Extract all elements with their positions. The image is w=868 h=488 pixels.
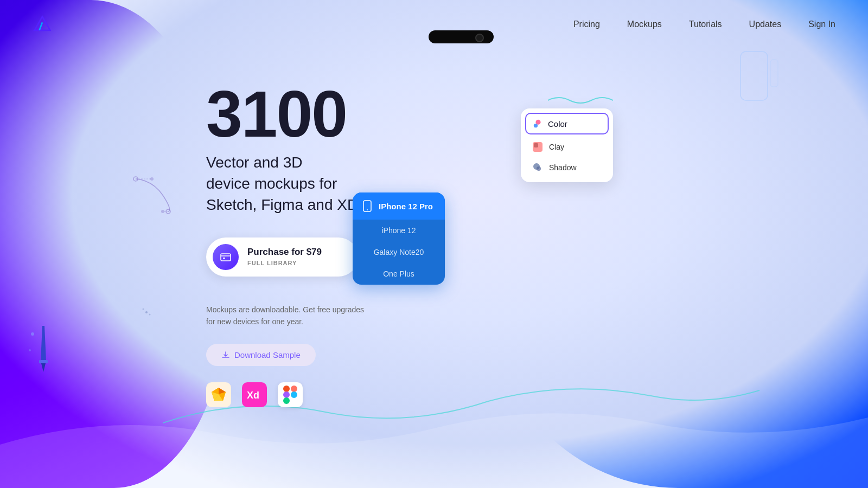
color-picker-header[interactable]: Color [525, 113, 609, 134]
logo[interactable] [33, 15, 52, 34]
device-dropdown-header[interactable]: IPhone 12 Pro [353, 192, 445, 220]
navbar: Pricing Mockups Tutorials Updates Sign I… [0, 0, 868, 49]
svg-rect-22 [534, 143, 538, 147]
logo-icon [33, 15, 52, 34]
nav-updates[interactable]: Updates [749, 20, 782, 29]
svg-rect-2 [221, 254, 231, 261]
svg-point-18 [367, 209, 368, 210]
nav-signin[interactable]: Sign In [808, 20, 835, 29]
download-sample-button[interactable]: Download Sample [206, 344, 316, 366]
purchase-button[interactable]: Purchase for $79 FULL LIBRARY [206, 237, 358, 277]
clay-label: Clay [549, 143, 564, 151]
device-option-oneplus[interactable]: One Plus [353, 263, 445, 285]
color-brush-icon [533, 118, 544, 129]
svg-point-24 [537, 166, 541, 171]
svg-point-16 [291, 391, 297, 398]
svg-rect-14 [283, 391, 290, 398]
svg-point-20 [534, 124, 538, 127]
svg-rect-3 [223, 258, 225, 259]
color-label: Color [548, 119, 567, 129]
device-dropdown[interactable]: IPhone 12 Pro iPhone 12 Galaxy Note20 On… [353, 192, 445, 285]
upgrade-text: Mockups are downloadable. Get free upgra… [206, 304, 369, 328]
hero-number: 3100 [206, 81, 394, 146]
svg-line-1 [40, 22, 42, 30]
device-option-iphone12[interactable]: iPhone 12 [353, 220, 445, 241]
xd-icon[interactable]: Xd [242, 382, 267, 407]
svg-text:Xd: Xd [247, 390, 259, 401]
download-icon [221, 351, 230, 359]
color-option-shadow[interactable]: Shadow [525, 157, 609, 178]
purchase-icon [213, 244, 239, 270]
device-selected: IPhone 12 Pro [379, 202, 433, 211]
svg-rect-15 [283, 397, 290, 404]
figma-icon[interactable] [278, 382, 303, 407]
sketch-icon[interactable] [206, 382, 231, 407]
svg-rect-12 [283, 386, 290, 392]
svg-rect-13 [291, 386, 297, 392]
color-option-clay[interactable]: Clay [525, 137, 609, 157]
nav-links: Pricing Mockups Tutorials Updates Sign I… [573, 20, 835, 29]
phone-small-icon [361, 200, 373, 212]
clay-icon [532, 141, 544, 153]
app-icons: Xd [206, 382, 394, 407]
device-option-galaxynote20[interactable]: Galaxy Note20 [353, 241, 445, 263]
nav-mockups[interactable]: Mockups [627, 20, 662, 29]
nav-tutorials[interactable]: Tutorials [689, 20, 722, 29]
color-picker[interactable]: Color Clay Shadow [521, 108, 613, 182]
purchase-text: Purchase for $79 FULL LIBRARY [247, 247, 322, 267]
left-section: 3100 Vector and 3D device mockups for Sk… [0, 49, 394, 407]
nav-pricing[interactable]: Pricing [573, 20, 600, 29]
shadow-label: Shadow [549, 163, 577, 172]
shadow-icon [532, 162, 544, 174]
